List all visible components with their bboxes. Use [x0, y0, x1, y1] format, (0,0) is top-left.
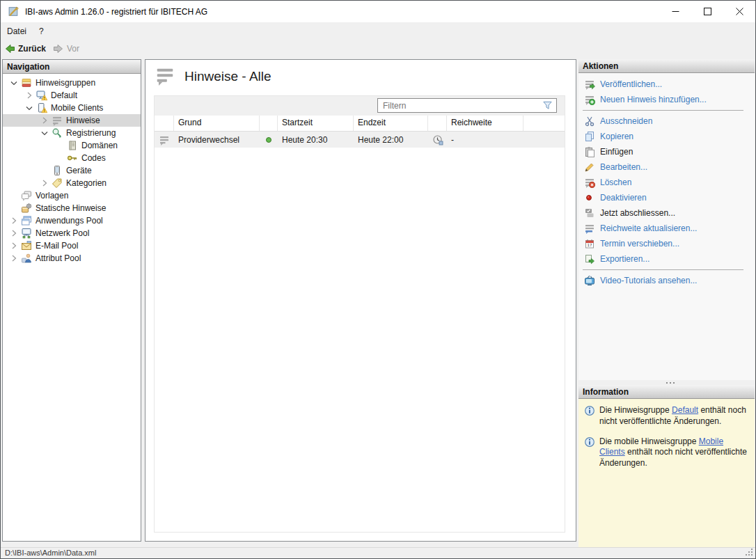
message-prefix: Die Hinweisgruppe	[599, 405, 672, 415]
forward-label: Vor	[67, 44, 79, 54]
content-panel: Hinweise - Alle Grund Startzeit Endzeit …	[145, 59, 576, 542]
export-icon	[584, 253, 595, 265]
column-filler	[523, 116, 565, 131]
nav-item-label: Netzwerk Pool	[32, 228, 89, 238]
chevron-down-icon[interactable]	[8, 77, 21, 88]
chevron-right-icon[interactable]	[8, 253, 21, 264]
nav-item-hinweise[interactable]: Hinweise	[3, 114, 141, 127]
nav-item-attribut-pool[interactable]: Attribut Pool	[3, 252, 141, 265]
app-pool-icon	[21, 215, 32, 226]
action-bearbeiten[interactable]: Bearbeiten...	[578, 159, 755, 175]
device-icon	[52, 165, 63, 176]
tv-icon	[584, 275, 595, 286]
menu-datei[interactable]: Datei	[1, 24, 33, 38]
action-termin-verschieben[interactable]: 17 Termin verschieben...	[578, 236, 755, 251]
nav-item-geraete[interactable]: Geräte	[3, 164, 141, 177]
app-icon[interactable]	[8, 6, 19, 17]
delete-icon	[584, 177, 595, 188]
column-endzeit[interactable]: Endzeit	[354, 116, 428, 131]
nav-item-default[interactable]: Default	[3, 89, 141, 102]
forward-button[interactable]: Vor	[49, 42, 83, 56]
email-pool-icon	[21, 240, 32, 251]
navigation-panel: Navigation Hinweisgruppen Default Mobile…	[2, 59, 141, 542]
domains-icon	[67, 140, 78, 151]
grid-header-row: Grund Startzeit Endzeit Reichweite	[155, 116, 565, 132]
column-icon[interactable]	[155, 116, 174, 131]
nav-item-kategorien[interactable]: Kategorien	[3, 177, 141, 189]
action-label: Neuen Hinweis hinzufügen...	[600, 95, 707, 104]
nav-item-netzwerk-pool[interactable]: Netzwerk Pool	[3, 227, 141, 239]
nav-item-registrierung[interactable]: Registrierung	[3, 127, 141, 139]
info-icon	[584, 405, 595, 416]
action-label: Veröffentlichen...	[600, 79, 662, 89]
info-message: Die Hinweisgruppe Default enthält noch n…	[584, 405, 749, 427]
info-icon	[584, 436, 595, 448]
close-button[interactable]	[723, 1, 755, 22]
page-title-row: Hinweise - Alle	[155, 65, 271, 88]
nav-item-anwendungs-pool[interactable]: Anwendungs Pool	[3, 214, 141, 227]
chevron-right-icon[interactable]	[39, 115, 52, 126]
chevron-right-icon[interactable]	[8, 240, 21, 251]
resize-grip[interactable]	[745, 548, 754, 557]
registration-icon	[52, 127, 63, 139]
information-header: Information	[578, 385, 755, 399]
action-reichweite-aktualisieren[interactable]: Reichweite aktualisieren...	[578, 221, 755, 236]
back-arrow-icon	[4, 43, 15, 54]
chevron-right-icon[interactable]	[39, 178, 52, 189]
action-einfuegen[interactable]: Einfügen	[578, 144, 755, 159]
nav-item-email-pool[interactable]: E-Mail Pool	[3, 239, 141, 252]
navigation-header: Navigation	[3, 60, 141, 74]
expander-placeholder	[8, 203, 21, 214]
action-video-tutorials[interactable]: Video-Tutorials ansehen...	[578, 273, 755, 288]
navigation-tree: Hinweisgruppen Default Mobile Clients Hi…	[3, 74, 141, 265]
action-neuen-hinweis-hinzufuegen[interactable]: Neuen Hinweis hinzufügen...	[578, 92, 755, 107]
chevron-right-icon[interactable]	[8, 215, 21, 226]
chevron-down-icon[interactable]	[24, 102, 36, 113]
column-reach-icon[interactable]	[428, 116, 447, 131]
action-label: Termin verschieben...	[600, 239, 679, 249]
message-prefix: Die mobile Hinweisgruppe	[599, 436, 699, 446]
nav-item-statische-hinweise[interactable]: Statische Hinweise	[3, 202, 141, 214]
table-row[interactable]: Providerwechsel Heute 20:30 Heute 22:00 …	[155, 132, 565, 148]
panel-splitter[interactable]	[578, 380, 755, 385]
action-ausschneiden[interactable]: Ausschneiden	[578, 113, 755, 129]
action-loeschen[interactable]: Löschen	[578, 175, 755, 190]
menu-help[interactable]: ?	[33, 24, 50, 38]
minimize-button[interactable]	[659, 1, 691, 22]
filter-funnel-icon[interactable]	[542, 100, 553, 111]
back-button[interactable]: Zurück	[1, 42, 49, 56]
maximize-button[interactable]	[691, 1, 723, 22]
action-deaktivieren[interactable]: Deaktivieren	[578, 190, 755, 205]
action-exportieren[interactable]: Exportieren...	[578, 251, 755, 267]
paste-icon	[584, 146, 595, 157]
actions-panel: Veröffentlichen... Neuen Hinweis hinzufü…	[578, 73, 755, 380]
chevron-right-icon[interactable]	[8, 228, 21, 239]
nav-item-label: Kategorien	[63, 178, 107, 188]
info-link-default[interactable]: Default	[672, 405, 698, 415]
column-startzeit[interactable]: Startzeit	[278, 116, 354, 131]
chevron-down-icon[interactable]	[39, 127, 52, 139]
nav-item-hinweisgruppen[interactable]: Hinweisgruppen	[3, 77, 141, 89]
notice-icon	[159, 134, 170, 145]
nav-item-mobile-clients[interactable]: Mobile Clients	[3, 102, 141, 114]
column-grund[interactable]: Grund	[174, 116, 260, 131]
action-jetzt-abschliessen[interactable]: Jetzt abschliessen...	[578, 205, 755, 221]
finish-icon	[584, 207, 595, 219]
nav-item-codes[interactable]: Codes	[3, 152, 141, 164]
action-kopieren[interactable]: Kopieren	[578, 129, 755, 144]
row-startzeit: Heute 20:30	[278, 135, 354, 145]
action-veroeffentlichen[interactable]: Veröffentlichen...	[578, 77, 755, 92]
monitor-warning-icon	[36, 90, 47, 101]
chevron-right-icon[interactable]	[24, 90, 36, 101]
column-status[interactable]	[260, 116, 278, 131]
page-title: Hinweise - Alle	[184, 69, 271, 84]
filter-input[interactable]	[378, 100, 556, 113]
column-reichweite[interactable]: Reichweite	[447, 116, 523, 131]
nav-item-label: Hinweise	[63, 116, 100, 125]
window-controls	[659, 1, 755, 22]
refresh-reach-icon	[584, 223, 595, 234]
nav-item-label: Vorlagen	[32, 191, 68, 200]
nav-item-vorlagen[interactable]: Vorlagen	[3, 189, 141, 202]
row-grund: Providerwechsel	[174, 135, 260, 145]
nav-item-domaenen[interactable]: Domänen	[3, 139, 141, 152]
